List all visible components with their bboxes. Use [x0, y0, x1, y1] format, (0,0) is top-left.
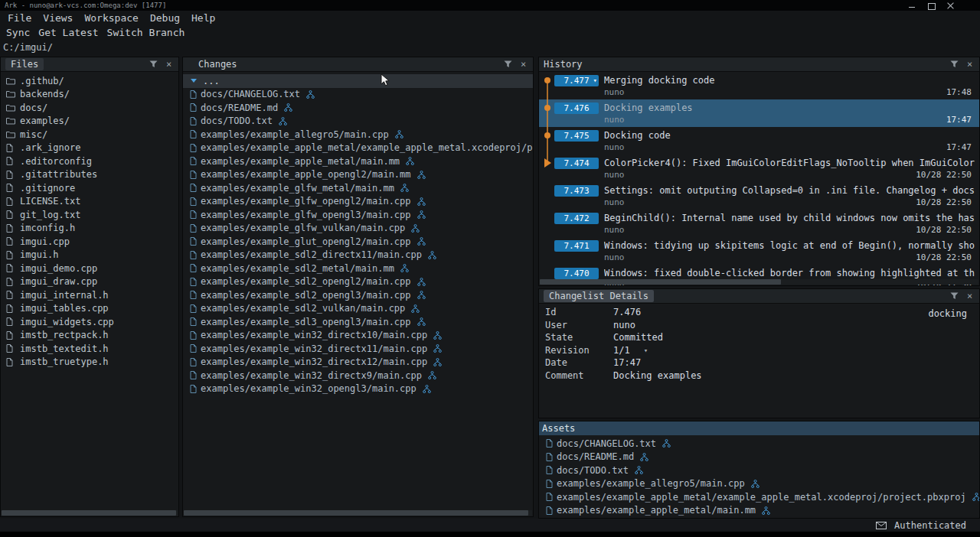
history-commit-row[interactable]: 7.473 ▾ Settings: omit outputing Collaps… — [539, 182, 979, 210]
changed-file-row[interactable]: examples/example_glut_opengl2/main.cpp — [183, 235, 533, 249]
changed-file-row[interactable]: examples/example_apple_metal/example_app… — [183, 142, 533, 155]
file-tree-item[interactable]: imstb_textedit.h — [1, 342, 178, 356]
close-panel-icon[interactable]: × — [965, 60, 975, 70]
file-tree-item[interactable]: LICENSE.txt — [1, 195, 178, 209]
expand-triangle-icon[interactable] — [191, 79, 197, 83]
filter-icon[interactable] — [949, 291, 959, 301]
asset-file-row[interactable]: examples/example_apple_metal/main.mm — [539, 504, 979, 518]
asset-file-row[interactable]: examples/example_apple_metal/example_app… — [539, 490, 979, 504]
file-tree-item[interactable]: imgui.h — [1, 249, 178, 262]
files-hscrollbar[interactable] — [2, 510, 178, 516]
assets-header[interactable]: Assets — [539, 421, 979, 435]
asset-file-row[interactable]: docs/README.md — [539, 451, 979, 464]
file-tree-item[interactable]: imgui_draw.cpp — [1, 275, 178, 289]
changed-file-row[interactable]: examples/example_win32_directx11/main.cp… — [183, 342, 533, 356]
menu-item[interactable]: Help — [191, 12, 215, 24]
file-tree-item[interactable]: misc/ — [1, 128, 178, 142]
toolbar-button[interactable]: Switch Branch — [107, 27, 185, 38]
file-tree-item[interactable]: .editorconfig — [1, 155, 178, 168]
toolbar-button[interactable]: Sync — [6, 27, 30, 38]
changed-file-row[interactable]: examples/example_glfw_vulkan/main.cpp — [183, 222, 533, 236]
changed-file-row[interactable]: examples/example_win32_directx10/main.cp… — [183, 329, 533, 343]
maximize-icon[interactable] — [928, 2, 935, 9]
screen-edge-strip — [0, 532, 980, 537]
menu-item-label: Workspace — [84, 12, 138, 24]
changeset-badge[interactable]: 7.475 ▾ — [554, 130, 599, 142]
file-tree-item[interactable]: .ark_ignore — [1, 142, 178, 155]
toolbar-button[interactable]: Get Latest — [38, 27, 98, 38]
changed-file-row[interactable]: examples/example_apple_metal/main.mm — [183, 155, 533, 168]
history-commit-row[interactable]: 7.474 ▾ ColorPicker4(): Fixed ImGuiColor… — [539, 155, 979, 182]
minimize-icon[interactable] — [909, 2, 916, 9]
menu-item[interactable]: Views — [43, 12, 73, 24]
menu-item[interactable]: Debug — [150, 12, 180, 24]
changeset-badge[interactable]: 7.477 ▾ — [554, 75, 599, 86]
close-panel-icon[interactable]: × — [518, 60, 528, 70]
changed-file-row[interactable]: examples/example_glfw_opengl2/main.cpp — [183, 195, 533, 209]
changed-file-row[interactable]: examples/example_win32_directx9/main.cpp — [183, 369, 533, 382]
changeset-badge[interactable]: 7.472 ▾ — [554, 213, 599, 224]
history-commit-row[interactable]: 7.475 ▾ Docking code nuno 17:47 — [539, 127, 979, 155]
changed-file-row[interactable]: examples/example_sdl2_metal/main.mm — [183, 262, 533, 275]
file-tree-item[interactable]: backends/ — [1, 88, 178, 102]
file-tree-item[interactable]: imgui_tables.cpp — [1, 302, 178, 316]
changed-file-row[interactable]: docs/CHANGELOG.txt — [183, 88, 533, 102]
revision-dropdown-icon[interactable]: ▾ — [644, 347, 648, 354]
changeset-badge[interactable]: 7.473 ▾ — [554, 185, 599, 197]
file-tree-item[interactable]: imstb_truetype.h — [1, 356, 178, 369]
changed-file-row[interactable]: examples/example_sdl2_vulkan/main.cpp — [183, 302, 533, 316]
changes-hscrollbar[interactable] — [184, 510, 532, 516]
changed-file-row[interactable]: examples/example_glfw_metal/main.mm — [183, 181, 533, 195]
file-tree-item[interactable]: imgui_internal.h — [1, 288, 178, 302]
file-tree-item[interactable]: imgui_demo.cpp — [1, 262, 178, 275]
history-commit-row[interactable]: 7.477 ▾ Merging docking code nuno 17:48 — [539, 72, 979, 99]
changeset-badge[interactable]: 7.470 ▾ — [554, 268, 599, 279]
changed-file-row[interactable]: examples/example_glfw_opengl3/main.cpp — [183, 208, 533, 222]
menu-item[interactable]: Workspace — [84, 12, 138, 24]
history-hscrollbar[interactable] — [540, 279, 978, 285]
asset-file-row[interactable]: examples/example_allegro5/main.cpp — [539, 477, 979, 491]
file-tree-item[interactable]: examples/ — [1, 115, 178, 129]
changeset-badge[interactable]: 7.474 ▾ — [554, 158, 599, 169]
changeset-badge[interactable]: 7.476 ▾ — [554, 103, 599, 114]
changed-file-row[interactable]: examples/example_win32_opengl3/main.cpp — [183, 382, 533, 396]
mail-icon[interactable] — [876, 522, 887, 529]
history-commit-row[interactable]: 7.476 ▾ Docking examples nuno 17:47 — [539, 99, 979, 127]
changeset-badge[interactable]: 7.471 ▾ — [554, 240, 599, 252]
file-tree-item[interactable]: git_log.txt — [1, 208, 178, 222]
commit-dropdown-icon[interactable]: ▾ — [593, 75, 597, 86]
changed-file-row[interactable]: examples/example_apple_opengl2/main.mm — [183, 168, 533, 182]
changed-file-row[interactable]: examples/example_sdl2_opengl3/main.cpp — [183, 288, 533, 302]
document-icon — [6, 171, 15, 179]
file-tree-item[interactable]: imgui.cpp — [1, 235, 178, 249]
file-tree-item[interactable]: .github/ — [1, 74, 178, 88]
changes-root-row[interactable]: ... — [183, 74, 533, 88]
menu-item[interactable]: File — [8, 12, 31, 24]
close-panel-icon[interactable]: × — [164, 60, 174, 70]
filter-icon[interactable] — [949, 60, 959, 70]
file-tree-item[interactable]: imconfig.h — [1, 222, 178, 236]
close-panel-icon[interactable]: × — [965, 291, 975, 301]
file-tree-item[interactable]: .gitignore — [1, 181, 178, 195]
document-icon — [190, 264, 197, 272]
changed-file-row[interactable]: examples/example_sdl2_directx11/main.cpp — [183, 249, 533, 262]
file-tree-item[interactable]: docs/ — [1, 101, 178, 115]
history-panel-header: History × — [539, 57, 979, 72]
file-tree-item[interactable]: imstb_rectpack.h — [1, 329, 178, 343]
changed-file-row[interactable]: examples/example_sdl3_opengl3/main.cpp — [183, 315, 533, 329]
changed-file-row[interactable]: examples/example_win32_directx12/main.cp… — [183, 356, 533, 369]
history-commit-row[interactable]: 7.472 ▾ BeginChild(): Internal name used… — [539, 210, 979, 237]
file-tree-item[interactable]: imgui_widgets.cpp — [1, 315, 178, 329]
close-icon[interactable] — [947, 2, 954, 9]
filter-icon[interactable] — [503, 60, 513, 70]
asset-file-row[interactable]: docs/CHANGELOG.txt — [539, 437, 979, 451]
asset-file-row[interactable]: docs/TODO.txt — [539, 464, 979, 477]
file-label: imgui_draw.cpp — [20, 276, 97, 287]
history-commit-row[interactable]: 7.471 ▾ Windows: tidying up skipitems lo… — [539, 237, 979, 265]
changed-file-row[interactable]: examples/example_allegro5/main.cpp — [183, 128, 533, 142]
changed-file-row[interactable]: examples/example_sdl2_opengl2/main.cpp — [183, 275, 533, 289]
changed-file-row[interactable]: docs/TODO.txt — [183, 115, 533, 129]
changed-file-row[interactable]: docs/README.md — [183, 101, 533, 115]
file-tree-item[interactable]: .gitattributes — [1, 168, 178, 182]
filter-icon[interactable] — [149, 60, 158, 70]
